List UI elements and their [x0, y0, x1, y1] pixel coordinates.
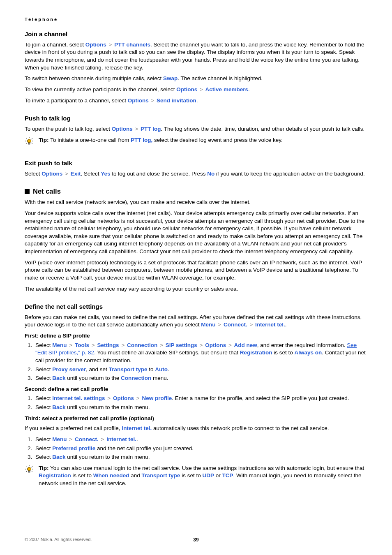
connection-link[interactable]: Connection [121, 375, 151, 381]
text: is set to [180, 472, 202, 479]
define-p1: Before you can make net calls, you need … [25, 314, 367, 329]
text: until you return to the [66, 375, 121, 381]
text: To open the push to talk log, select [25, 126, 112, 132]
join-p3: To view the currently active participant… [25, 86, 367, 94]
breadcrumb-sep: > [68, 342, 73, 348]
svg-line-11 [32, 466, 33, 467]
sip-settings-link[interactable]: SIP settings [166, 342, 197, 348]
text: select the desired log event and press t… [152, 137, 282, 143]
join-channel-heading: Join a channel [25, 30, 367, 39]
define-settings-heading: Define the net call settings [25, 303, 367, 311]
options-link[interactable]: Options [205, 342, 226, 348]
exit-link[interactable]: Exit [71, 171, 81, 177]
yes-link[interactable]: Yes [101, 171, 110, 177]
text: and [129, 472, 142, 479]
ptt-channels-link[interactable]: PTT channels [114, 42, 150, 48]
second-subheading: Second: define a net call profile [25, 386, 367, 393]
svg-line-5 [26, 143, 27, 144]
options-link[interactable]: Options [42, 171, 62, 177]
net-calls-heading: Net calls [25, 187, 367, 196]
breadcrumb-sep: > [64, 171, 69, 177]
text: To view the currently active participant… [25, 86, 176, 92]
text: until you return to the main menu. [66, 404, 150, 410]
svg-point-7 [28, 139, 31, 143]
tip-row: Tip: To initiate a one-to-one call from … [25, 136, 367, 150]
text: Before you can make net calls, you need … [25, 314, 362, 328]
when-needed-link[interactable]: When needed [93, 472, 129, 479]
text: is set to [71, 472, 93, 479]
list-item: Select Back until you return to the Conn… [34, 375, 367, 382]
tcp-link[interactable]: TCP [222, 472, 233, 479]
preferred-profile-link[interactable]: Preferred profile [52, 445, 95, 451]
udp-link[interactable]: UDP [202, 472, 214, 479]
text: , and enter the required information. [257, 342, 347, 348]
list-item: Select Preferred profile and the net cal… [34, 445, 367, 453]
back-link[interactable]: Back [52, 454, 65, 460]
always-on-link[interactable]: Always on [294, 349, 322, 356]
copyright: © 2007 Nokia. All rights reserved. [25, 537, 92, 542]
join-p1: To join a channel, select Options > PTT … [25, 41, 367, 72]
ptt-log-link[interactable]: PTT log, [131, 137, 152, 143]
options-link[interactable]: Options [113, 395, 134, 401]
svg-rect-17 [28, 471, 30, 472]
third-subheading: Third: select a preferred net call profi… [25, 415, 367, 423]
text: Select [35, 436, 52, 442]
options-link[interactable]: Options [85, 42, 106, 48]
tools-link[interactable]: Tools [75, 342, 89, 348]
registration-link[interactable]: Registration [39, 472, 71, 479]
proxy-server-link[interactable]: Proxy server [52, 366, 86, 372]
internet-tel-link[interactable]: Internet tel. [106, 436, 136, 442]
back-link[interactable]: Back [52, 404, 65, 410]
text: To initiate a one-to-one call from [50, 137, 131, 143]
ptt-log-link[interactable]: PTT log [141, 126, 161, 132]
text: Select [35, 366, 52, 372]
no-link[interactable]: No [207, 171, 214, 177]
text: to log out and close the service. Press [111, 171, 208, 177]
text: is set to [272, 349, 294, 356]
options-link[interactable]: Options [176, 86, 197, 92]
menu-link[interactable]: Menu [52, 436, 67, 442]
options-link[interactable]: Options [128, 97, 149, 104]
swap-link[interactable]: Swap [163, 75, 178, 81]
menu-link[interactable]: Menu [52, 342, 67, 348]
transport-type-link[interactable]: Transport type [109, 366, 148, 372]
send-invitation-link[interactable]: Send invitation [157, 97, 196, 104]
connect-link[interactable]: Connect. [75, 436, 99, 442]
menu-link[interactable]: Menu [201, 321, 215, 328]
connection-link[interactable]: Connection [127, 342, 157, 348]
text: To invite a participant to a channel, se… [25, 97, 128, 104]
back-link[interactable]: Back [52, 375, 65, 381]
settings-link[interactable]: Settings [97, 342, 119, 348]
active-members-link[interactable]: Active members [205, 86, 248, 92]
text: To join a channel, select [25, 42, 85, 48]
text: to [147, 366, 155, 372]
third-p: If you select a preferred net call profi… [25, 425, 367, 432]
internet-tel-settings-link[interactable]: Internet tel. settings [52, 395, 105, 401]
breadcrumb-sep: > [228, 342, 233, 348]
svg-line-15 [32, 471, 33, 472]
text: automatically uses this network profile … [152, 425, 329, 431]
options-link[interactable]: Options [112, 126, 133, 132]
exit-ptt-heading: Exit push to talk [25, 159, 367, 168]
text: Select [35, 342, 52, 348]
registration-link[interactable]: Registration [240, 349, 272, 356]
new-profile-link[interactable]: New profile [142, 395, 172, 401]
tip-label: Tip: [39, 465, 49, 471]
netcalls-p3: VoIP (voice over internet protocol) tech… [25, 259, 367, 282]
list-item: Select Proxy server, and set Transport t… [34, 366, 367, 374]
text: or [214, 472, 222, 479]
transport-type-link[interactable]: Transport type [142, 472, 180, 479]
tip-text: Tip: To initiate a one-to-one call from … [39, 136, 367, 144]
text: Select [25, 171, 42, 177]
svg-line-10 [26, 466, 27, 467]
auto-link[interactable]: Auto [155, 366, 168, 372]
connect-link[interactable]: Connect. [224, 321, 247, 328]
pttlog-p1: To open the push to talk log, select Opt… [25, 125, 367, 133]
page-number: 39 [193, 536, 198, 543]
add-new-link[interactable]: Add new [234, 342, 257, 348]
internet-tel-link[interactable]: Internet tel. [122, 425, 152, 431]
text: You can also use manual login to the net… [49, 465, 364, 471]
square-bullet-icon [25, 189, 30, 194]
internet-tel-link[interactable]: Internet tel. [255, 321, 285, 328]
svg-point-16 [28, 467, 31, 471]
